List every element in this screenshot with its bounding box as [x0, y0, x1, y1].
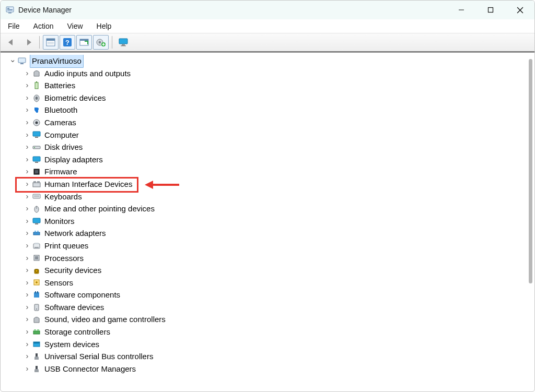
tree-item-disk-drives[interactable]: Disk drives: [5, 141, 525, 153]
toolbar-scan[interactable]: [76, 35, 92, 50]
tree-item-label: Firmware: [44, 165, 77, 178]
menu-help[interactable]: Help: [95, 21, 114, 31]
tree-item-universal-serial-bus-controllers[interactable]: Universal Serial Bus controllers: [5, 350, 525, 363]
chevron-right-icon[interactable]: [24, 128, 31, 142]
security-icon: [32, 266, 41, 275]
chevron-right-icon[interactable]: [24, 91, 31, 105]
chevron-right-icon[interactable]: [24, 338, 31, 351]
toolbar: ?: [1, 33, 534, 52]
tree-item-batteries[interactable]: Batteries: [5, 79, 525, 92]
svg-point-34: [34, 147, 35, 148]
chevron-right-icon[interactable]: [24, 215, 31, 228]
monitor-icon: [32, 217, 41, 226]
tree-item-system-devices[interactable]: System devices: [5, 338, 525, 351]
chevron-right-icon[interactable]: [24, 252, 31, 265]
tree-item-mice-and-other-pointing-devices[interactable]: Mice and other pointing devices: [5, 203, 525, 215]
svg-point-59: [36, 281, 38, 283]
chevron-right-icon[interactable]: [24, 362, 31, 376]
toolbar-monitor[interactable]: [115, 35, 131, 50]
tree-item-monitors[interactable]: Monitors: [5, 215, 525, 228]
menu-file[interactable]: File: [6, 21, 22, 31]
toolbar-add-driver[interactable]: [93, 35, 109, 50]
tree-item-cameras[interactable]: Cameras: [5, 116, 525, 129]
chevron-right-icon[interactable]: [24, 227, 31, 240]
tree-item-software-components[interactable]: Software components: [5, 289, 525, 301]
tree-item-computer[interactable]: Computer: [5, 129, 525, 141]
chevron-down-icon[interactable]: [9, 55, 16, 68]
tree-item-network-adapters[interactable]: Network adapters: [5, 227, 525, 240]
printer-icon: [32, 241, 41, 251]
chevron-right-icon[interactable]: [24, 103, 31, 117]
svg-rect-39: [33, 183, 40, 187]
disk-icon: [32, 142, 41, 152]
chevron-right-icon[interactable]: [24, 79, 31, 92]
toolbar-properties[interactable]: [43, 35, 59, 50]
usb-icon: [32, 352, 41, 361]
tree-item-keyboards[interactable]: Keyboards: [5, 191, 525, 203]
svg-rect-2: [7, 9, 13, 10]
tree-item-audio-inputs-and-outputs[interactable]: Audio inputs and outputs: [5, 67, 525, 80]
svg-rect-32: [35, 137, 38, 138]
minimize-button[interactable]: [447, 1, 476, 19]
chevron-right-icon[interactable]: [24, 202, 31, 216]
tree-item-firmware[interactable]: Firmware: [5, 165, 525, 178]
toolbar-help[interactable]: ?: [60, 35, 75, 50]
chevron-right-icon[interactable]: [24, 288, 31, 302]
tree-item-security-devices[interactable]: Security devices: [5, 264, 525, 277]
device-tree[interactable]: PranaVirtuosoAudio inputs and outputsBat…: [5, 55, 525, 389]
processor-icon: [32, 253, 41, 263]
close-button[interactable]: [505, 1, 534, 19]
tree-item-label: Universal Serial Bus controllers: [44, 350, 153, 363]
svg-rect-41: [37, 181, 40, 183]
maximize-button[interactable]: [476, 1, 505, 19]
computer-root-icon: [17, 56, 27, 66]
chevron-right-icon[interactable]: [24, 67, 31, 80]
toolbar-forward[interactable]: [20, 35, 36, 50]
scrollbar[interactable]: [529, 59, 532, 283]
tree-item-biometric-devices[interactable]: Biometric devices: [5, 92, 525, 104]
computer-icon: [32, 130, 41, 139]
tree-root[interactable]: PranaVirtuoso: [5, 55, 525, 67]
tree-item-display-adapters[interactable]: Display adapters: [5, 153, 525, 166]
tree-item-human-interface-devices[interactable]: Human Interface Devices: [5, 178, 525, 191]
chevron-right-icon[interactable]: [24, 116, 31, 129]
svg-rect-9: [46, 39, 55, 41]
tree-item-label: Audio inputs and outputs: [44, 67, 131, 80]
chevron-right-icon[interactable]: [24, 325, 31, 339]
softdev-icon: [32, 303, 41, 312]
chevron-right-icon[interactable]: [24, 239, 31, 253]
tree-item-sensors[interactable]: Sensors: [5, 277, 525, 289]
tree-item-label: Sensors: [44, 277, 73, 289]
chevron-right-icon[interactable]: [24, 276, 31, 290]
svg-rect-63: [33, 331, 40, 334]
tree-root-label: PranaVirtuoso: [30, 55, 84, 68]
menu-action[interactable]: Action: [31, 21, 56, 31]
chevron-right-icon[interactable]: [24, 177, 31, 191]
chevron-right-icon[interactable]: [24, 264, 31, 277]
network-icon: [32, 229, 41, 238]
chevron-right-icon[interactable]: [24, 313, 31, 326]
tree-item-bluetooth[interactable]: Bluetooth: [5, 104, 525, 116]
svg-rect-26: [35, 82, 38, 89]
chevron-right-icon[interactable]: [24, 350, 31, 363]
tree-item-usb-connector-managers[interactable]: USB Connector Managers: [5, 363, 525, 375]
sensor-icon: [32, 278, 41, 287]
tree-item-storage-controllers[interactable]: Storage controllers: [5, 326, 525, 338]
svg-rect-49: [33, 232, 40, 235]
chevron-right-icon[interactable]: [24, 165, 31, 179]
tree-item-processors[interactable]: Processors: [5, 252, 525, 265]
tree-item-sound-video-and-game-controllers[interactable]: Sound, video and game controllers: [5, 313, 525, 326]
tree-item-print-queues[interactable]: Print queues: [5, 240, 525, 252]
svg-rect-65: [37, 329, 39, 331]
chevron-right-icon[interactable]: [24, 140, 31, 154]
menu-view[interactable]: View: [65, 21, 85, 31]
chevron-right-icon[interactable]: [24, 190, 31, 204]
chevron-right-icon[interactable]: [24, 153, 31, 167]
svg-rect-69: [36, 366, 38, 369]
tree-item-label: Human Interface Devices: [44, 178, 132, 191]
toolbar-separator: [39, 36, 40, 49]
svg-rect-61: [34, 304, 39, 311]
toolbar-back[interactable]: [4, 35, 19, 50]
chevron-right-icon[interactable]: [24, 301, 31, 314]
tree-item-software-devices[interactable]: Software devices: [5, 301, 525, 314]
